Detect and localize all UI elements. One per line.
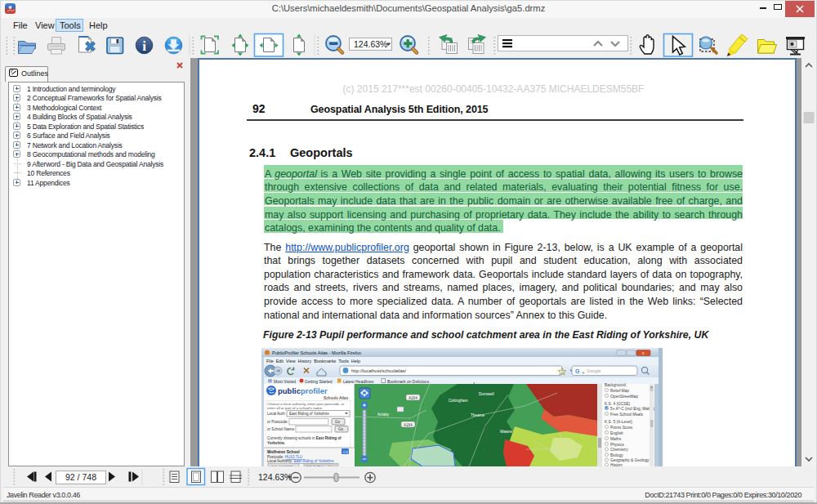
svg-text:A164: A164 — [404, 423, 413, 427]
svg-text:Relief Map: Relief Map — [610, 389, 629, 393]
svg-text:Dunswell: Dunswell — [479, 392, 494, 396]
svg-text:i: i — [142, 38, 146, 54]
svg-text:A164: A164 — [408, 396, 417, 400]
svg-text:English: English — [610, 431, 623, 435]
svg-text:PublicProfiler Schools Atlas -: PublicProfiler Schools Atlas - Mozilla F… — [272, 350, 361, 355]
svg-text:Currently showing schools in E: Currently showing schools in East Riding… — [267, 436, 342, 440]
svg-text:CV: CV — [343, 450, 348, 454]
svg-text:History: History — [610, 463, 623, 466]
svg-text:Chemistry: Chemistry — [610, 448, 628, 452]
svg-text:enter all or part of a school': enter all or part of a school's name. — [267, 406, 323, 410]
svg-text:publicprofiler: publicprofiler — [278, 386, 328, 395]
svg-text:K.S. 5 (A-Level): K.S. 5 (A-Level) — [306, 465, 331, 467]
svg-text:File Edit View History Boo: File Edit View History Bookmarks Tools H… — [266, 359, 360, 364]
svg-text:Free School Meals: Free School Meals — [610, 413, 644, 417]
svg-text:124.63%: 124.63% — [258, 472, 292, 482]
svg-text:Geography & Geology: Geography & Geology — [610, 458, 650, 462]
svg-text:Anlaby: Anlaby — [377, 413, 390, 417]
svg-text:Local Authority: East Riding o: Local Authority: East Riding of Yorkshir… — [267, 459, 334, 463]
svg-text:K.S. 5 (A-Level): K.S. 5 (A-Level) — [605, 420, 632, 424]
svg-text:Physics: Physics — [610, 443, 624, 447]
svg-text:Points Score: Points Score — [610, 426, 633, 430]
svg-text:Thearne: Thearne — [471, 413, 485, 417]
svg-text:Schools Atlas: Schools Atlas — [324, 396, 349, 400]
svg-text:http://localhost/schoolatlas/: http://localhost/schoolatlas/ — [351, 368, 407, 373]
svg-text:92 / 748: 92 / 748 — [65, 472, 96, 482]
svg-text:or School Name:: or School Name: — [267, 427, 295, 431]
svg-text:or Postcode:: or Postcode: — [267, 420, 288, 424]
svg-text:K.S. 4 (GCSE): K.S. 4 (GCSE) — [605, 402, 631, 406]
svg-text:Most Visited: Most Visited — [274, 379, 296, 384]
svg-text:Go: Go — [338, 427, 344, 431]
svg-text:Getting Started: Getting Started — [305, 379, 333, 384]
svg-text:Yorkshire.: Yorkshire. — [267, 441, 285, 445]
svg-text:G: G — [575, 368, 580, 374]
svg-text:Maths: Maths — [610, 437, 622, 441]
svg-text:5+ A*-C (incl Eng, Maths): 5+ A*-C (incl Eng, Maths) — [610, 407, 654, 411]
svg-text:Choose a local authority, ente: Choose a local authority, enter your pos… — [267, 402, 345, 406]
svg-text:East Riding of Yorkshire: East Riding of Yorkshire — [289, 412, 329, 416]
svg-text:Bookmark on Delicious: Bookmark on Delicious — [387, 379, 430, 384]
svg-text:Biology: Biology — [610, 453, 623, 457]
svg-text:Cottingham: Cottingham — [449, 399, 468, 403]
svg-text:Google: Google — [587, 368, 600, 373]
svg-text:Latest Headlines: Latest Headlines — [343, 379, 374, 384]
svg-text:Background:: Background: — [605, 383, 627, 387]
svg-text:Wolfreton School: Wolfreton School — [267, 450, 300, 454]
svg-text:Wawne: Wawne — [500, 430, 513, 434]
svg-text:OpenStreetMap: OpenStreetMap — [610, 395, 638, 399]
svg-text:K.S. 4 (GCSE): K.S. 4 (GCSE) — [271, 465, 294, 467]
svg-text:Go: Go — [335, 420, 341, 424]
svg-text:124.63%: 124.63% — [354, 39, 387, 49]
svg-text:Local Auth:: Local Auth: — [267, 412, 286, 416]
